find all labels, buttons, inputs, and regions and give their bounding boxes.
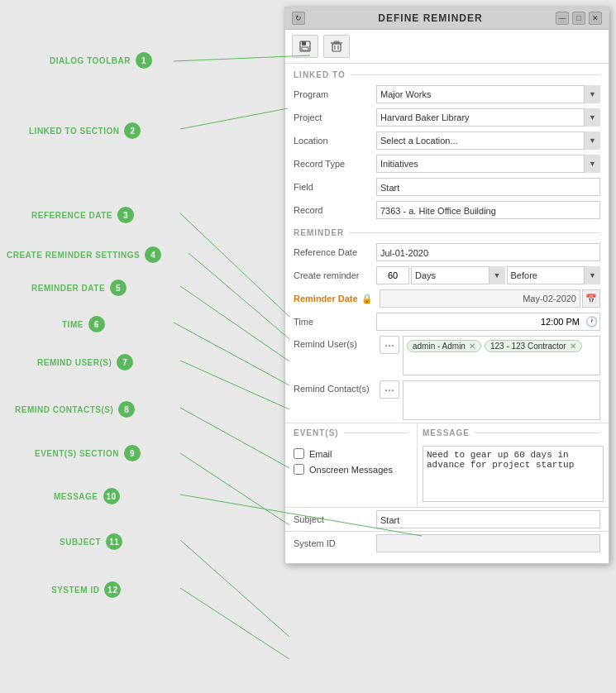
reference-date-value: Jul-01-2020 [376, 243, 600, 261]
delete-button[interactable] [323, 35, 350, 58]
message-body: Need to gear up 60 days in advance for p… [418, 441, 609, 507]
create-reminder-row: Create reminder Days ▼ Before ▼ [285, 264, 609, 287]
svg-line-14 [180, 361, 289, 409]
record-type-select[interactable]: Initiatives [376, 155, 600, 173]
bottom-padding [285, 555, 609, 563]
create-reminder-days-input[interactable] [376, 266, 409, 284]
field-row: Field Start [285, 175, 609, 198]
message-textarea[interactable]: Need to gear up 60 days in advance for p… [423, 446, 604, 502]
annotation-area: DIALOG TOOLBAR 1 LINKED TO SECTION 2 REF… [0, 0, 281, 693]
project-row: Project Harvard Baker Library ▼ [285, 106, 609, 129]
program-select-wrapper: Major Works ▼ [376, 85, 600, 103]
save-button[interactable] [292, 35, 318, 58]
annotation-11: SUBJECT 11 [60, 533, 122, 550]
time-input-wrapper: 🕐 [376, 313, 600, 331]
annotation-3: REFERENCE DATE 3 [31, 207, 134, 223]
dialog-title: DEFINE REMINDER [305, 12, 556, 24]
minimize-icon[interactable]: — [556, 12, 569, 25]
dialog-titlebar: ↻ DEFINE REMINDER — □ ✕ [285, 7, 609, 30]
close-icon[interactable]: ✕ [589, 12, 602, 25]
svg-line-18 [180, 540, 289, 637]
linked-to-header: LINKED TO [285, 64, 609, 83]
subject-value: Start [376, 510, 600, 528]
lock-icon: 🔒 [361, 294, 373, 304]
project-select-wrapper: Harvard Baker Library ▼ [376, 108, 600, 127]
email-label: Email [309, 449, 332, 459]
annotation-8-circle: 8 [118, 401, 135, 418]
annotation-10-circle: 10 [103, 488, 120, 504]
record-label: Record [294, 205, 376, 215]
record-type-select-wrapper: Initiatives ▼ [376, 155, 600, 173]
field-label: Field [294, 182, 376, 192]
location-label: Location [294, 136, 376, 146]
user-tag-123-remove[interactable]: ✕ [570, 342, 576, 351]
create-reminder-label: Create reminder [294, 270, 376, 280]
annotation-3-label: REFERENCE DATE [31, 211, 112, 220]
events-body: Email Onscreen Messages [285, 441, 417, 482]
record-row: Record 7363 - a. Hite Office Building [285, 198, 609, 222]
user-tag-admin-remove[interactable]: ✕ [469, 342, 475, 351]
svg-line-12 [180, 286, 289, 361]
remind-users-section: Remind User(s) ··· admin - Admin ✕ 123 -… [285, 333, 609, 378]
project-select[interactable]: Harvard Baker Library [376, 108, 600, 127]
reminder-date-label: Reminder Date 🔒 [294, 294, 376, 304]
time-input[interactable] [377, 317, 583, 327]
annotation-7-label: REMIND USER(S) [37, 358, 112, 367]
time-row: Time 🕐 [285, 310, 609, 333]
annotation-5-circle: 5 [110, 280, 127, 296]
bottom-split: EVENT(S) Email Onscreen Messages MESSAGE… [285, 423, 609, 507]
annotation-1: DIALOG TOOLBAR 1 [50, 52, 152, 69]
reminder-date-value: May-02-2020 [380, 289, 580, 308]
system-id-value [376, 534, 600, 552]
program-row: Program Major Works ▼ [285, 83, 609, 106]
annotation-4: CREATE REMINDER SETTINGS 4 [7, 246, 161, 263]
annotation-4-label: CREATE REMINDER SETTINGS [7, 251, 140, 260]
annotation-2-circle: 2 [124, 122, 141, 139]
remind-contacts-dots-button[interactable]: ··· [380, 380, 399, 399]
onscreen-label: Onscreen Messages [309, 465, 393, 475]
location-select[interactable]: Select a Location... [376, 131, 600, 150]
svg-line-13 [174, 323, 289, 385]
location-select-wrapper: Select a Location... ▼ [376, 131, 600, 150]
annotation-8: REMIND CONTACTS(S) 8 [15, 401, 135, 418]
dialog-toolbar [285, 30, 609, 64]
system-id-row: System ID [285, 531, 609, 555]
record-value: 7363 - a. Hite Office Building [376, 201, 600, 219]
remind-users-dots-button[interactable]: ··· [380, 336, 399, 354]
direction-select[interactable]: Before [507, 266, 601, 284]
annotation-9-circle: 9 [124, 445, 141, 461]
svg-rect-5 [334, 41, 339, 43]
annotation-10: MESSAGE 10 [54, 488, 120, 504]
annotation-12: SYSTEM ID 12 [51, 581, 121, 598]
program-select[interactable]: Major Works [376, 85, 600, 103]
annotation-2-label: LINKED TO SECTION [29, 127, 119, 136]
program-label: Program [294, 89, 376, 99]
reference-date-label: Reference Date [294, 247, 376, 257]
svg-line-9 [180, 108, 288, 129]
days-unit-wrapper: Days ▼ [411, 266, 505, 284]
remind-users-row: Remind User(s) ··· admin - Admin ✕ 123 -… [294, 336, 600, 375]
annotation-5: REMINDER DATE 5 [31, 280, 127, 296]
svg-rect-1 [302, 41, 306, 45]
clock-icon[interactable]: 🕐 [583, 313, 599, 330]
annotation-7-circle: 7 [117, 354, 133, 370]
svg-line-16 [180, 453, 289, 525]
maximize-icon[interactable]: □ [572, 12, 585, 25]
titlebar-right-icons: — □ ✕ [556, 12, 602, 25]
annotation-10-label: MESSAGE [54, 492, 98, 501]
events-header: EVENT(S) [285, 423, 417, 441]
annotation-9-label: EVENT(S) SECTION [35, 449, 119, 458]
annotation-1-label: DIALOG TOOLBAR [50, 56, 131, 65]
email-checkbox[interactable] [294, 448, 304, 459]
remind-contacts-section: Remind Contact(s) ··· [285, 378, 609, 423]
reminder-header: REMINDER [285, 222, 609, 241]
define-reminder-dialog: ↻ DEFINE REMINDER — □ ✕ [284, 7, 609, 564]
email-checkbox-row: Email [294, 446, 408, 461]
days-unit-select[interactable]: Days [411, 266, 505, 284]
create-reminder-controls: Days ▼ Before ▼ [376, 266, 600, 284]
calendar-icon[interactable]: 📅 [582, 289, 600, 308]
annotation-1-circle: 1 [136, 52, 152, 69]
onscreen-checkbox[interactable] [294, 464, 304, 475]
field-value: Start [376, 178, 600, 196]
refresh-icon[interactable]: ↻ [292, 12, 305, 25]
